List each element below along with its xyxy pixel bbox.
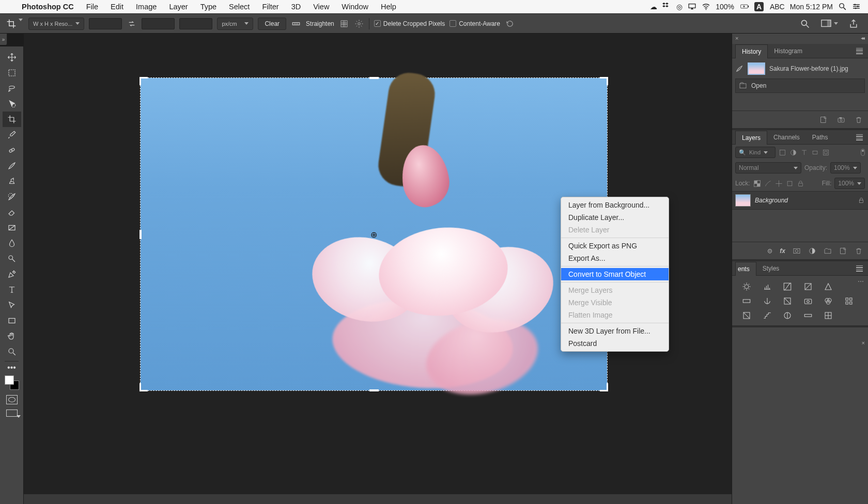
adj-invert-icon[interactable] [741, 311, 752, 320]
adj-gradientmap-icon[interactable] [803, 311, 813, 320]
status-battery[interactable]: 100% [716, 2, 749, 11]
panel-collapse-icon[interactable]: ◂◂ [861, 35, 864, 41]
crop-handle-left[interactable] [140, 230, 142, 239]
tab-channels[interactable]: Channels [767, 131, 806, 144]
layers-panel-menu-icon[interactable] [854, 132, 865, 143]
layer-style-icon[interactable]: fx [780, 247, 785, 255]
adj-bw-icon[interactable] [782, 296, 793, 306]
layer-background[interactable]: Background [732, 191, 868, 210]
crop-handle-top[interactable] [369, 77, 379, 79]
document-canvas[interactable]: ⊕ [141, 78, 607, 390]
status-control-center-icon[interactable] [852, 2, 861, 11]
menu-view[interactable]: View [307, 3, 335, 11]
crop-clear-button[interactable]: Clear [258, 18, 286, 30]
blur-tool[interactable] [3, 235, 21, 251]
lock-position-icon[interactable] [775, 180, 783, 187]
adj-brightness-icon[interactable] [741, 282, 752, 291]
link-layers-icon[interactable]: ⊝ [767, 247, 772, 255]
history-brush-tool[interactable] [3, 189, 21, 204]
brush-tool[interactable] [3, 158, 21, 174]
ctx-postcard[interactable]: Postcard [561, 337, 669, 350]
marquee-tool[interactable] [3, 65, 21, 81]
crop-preset-dropdown[interactable]: W x H x Reso... [28, 18, 84, 30]
layer-name[interactable]: Background [755, 197, 854, 204]
move-tool[interactable] [3, 50, 21, 65]
crop-handle-bottom[interactable] [369, 389, 379, 391]
color-swatches[interactable] [5, 375, 19, 390]
zoom-tool[interactable] [3, 344, 21, 359]
status-cc-icon[interactable]: ◎ [676, 3, 683, 11]
rectangle-tool[interactable] [3, 313, 21, 328]
ctx-quick-export-png[interactable]: Quick Export as PNG [561, 240, 669, 252]
path-selection-tool[interactable] [3, 297, 21, 313]
edit-toolbar-icon[interactable]: ••• [3, 363, 21, 372]
healing-brush-tool[interactable] [3, 143, 21, 158]
active-tool-crop-icon[interactable] [5, 19, 24, 29]
adj-vibrance-icon[interactable] [823, 282, 833, 291]
ctx-layer-from-background[interactable]: Layer from Background... [561, 199, 669, 211]
crop-unit-dropdown[interactable]: px/cm [217, 18, 253, 30]
new-layer-icon[interactable] [839, 247, 847, 255]
quick-mask-toggle[interactable] [6, 395, 18, 404]
delete-cropped-checkbox[interactable]: Delete Cropped Pixels [374, 20, 445, 27]
crop-tool[interactable] [3, 112, 21, 127]
crop-handle-tl[interactable] [140, 77, 148, 85]
type-tool[interactable] [3, 282, 21, 297]
history-document-row[interactable]: Sakura Flower-before (1).jpg [735, 60, 865, 77]
menu-image[interactable]: Image [130, 3, 163, 11]
gradient-tool[interactable] [3, 220, 21, 235]
hand-tool[interactable] [3, 328, 21, 344]
pen-tool[interactable] [3, 266, 21, 282]
opacity-field[interactable]: 100% [830, 162, 861, 174]
filter-pixel-icon[interactable] [779, 149, 786, 156]
ctx-export-as[interactable]: Export As... [561, 252, 669, 264]
panel-group-close-icon[interactable]: × [735, 35, 738, 41]
blend-mode-dropdown[interactable]: Normal [735, 162, 801, 174]
crop-overlay-options-icon[interactable] [339, 19, 349, 29]
screen-mode-toggle[interactable] [6, 410, 18, 417]
history-panel-menu-icon[interactable] [854, 46, 865, 56]
history-step-open[interactable]: Open [735, 78, 865, 93]
workspace-switcher-icon[interactable] [820, 19, 838, 29]
ctx-duplicate-layer[interactable]: Duplicate Layer... [561, 211, 669, 224]
adj-exposure-icon[interactable] [803, 282, 813, 291]
share-icon[interactable] [848, 19, 859, 29]
crop-resolution-field[interactable] [179, 18, 212, 29]
app-name[interactable]: Photoshop CC [16, 3, 80, 11]
status-spotlight-icon[interactable] [838, 2, 847, 11]
lock-all-icon[interactable] [797, 180, 804, 187]
filter-adjustment-icon[interactable] [789, 149, 797, 156]
layer-filter-kind-dropdown[interactable]: 🔍Kind [735, 147, 776, 158]
eraser-tool[interactable] [3, 204, 21, 220]
adj-selective-icon[interactable] [823, 311, 833, 320]
adj-threshold-icon[interactable] [782, 311, 793, 320]
layer-lock-icon[interactable] [858, 197, 865, 204]
layer-mask-icon[interactable] [793, 247, 801, 255]
tab-adjustments[interactable]: ents [735, 262, 756, 276]
menu-file[interactable]: File [80, 3, 104, 11]
tab-histogram[interactable]: Histogram [768, 44, 809, 58]
adj-posterize-icon[interactable] [762, 311, 772, 320]
adjustment-layer-icon[interactable] [808, 247, 816, 255]
new-snapshot-icon[interactable] [837, 116, 845, 124]
search-icon[interactable] [800, 19, 810, 29]
status-input[interactable]: A ABC [754, 2, 785, 11]
filter-type-icon[interactable] [800, 149, 808, 156]
crop-settings-icon[interactable] [354, 19, 364, 29]
eyedropper-tool[interactable] [3, 127, 21, 143]
delete-state-icon[interactable] [855, 116, 863, 124]
adj-levels-icon[interactable] [762, 282, 772, 291]
delete-layer-icon[interactable] [855, 247, 863, 255]
adj-curves-icon[interactable] [782, 282, 793, 291]
adj-photofilter-icon[interactable] [803, 296, 813, 306]
ctx-new-3d-layer[interactable]: New 3D Layer from File... [561, 325, 669, 337]
tab-paths[interactable]: Paths [806, 131, 834, 144]
filter-shape-icon[interactable] [811, 149, 819, 156]
reset-crop-icon[interactable] [505, 19, 515, 29]
tab-layers[interactable]: Layers [735, 131, 767, 145]
menu-select[interactable]: Select [223, 3, 256, 11]
status-clock[interactable]: Mon 5:12 PM [790, 3, 833, 11]
clone-stamp-tool[interactable] [3, 174, 21, 189]
quick-selection-tool[interactable] [3, 96, 21, 112]
content-aware-checkbox[interactable]: Content-Aware [450, 20, 500, 27]
